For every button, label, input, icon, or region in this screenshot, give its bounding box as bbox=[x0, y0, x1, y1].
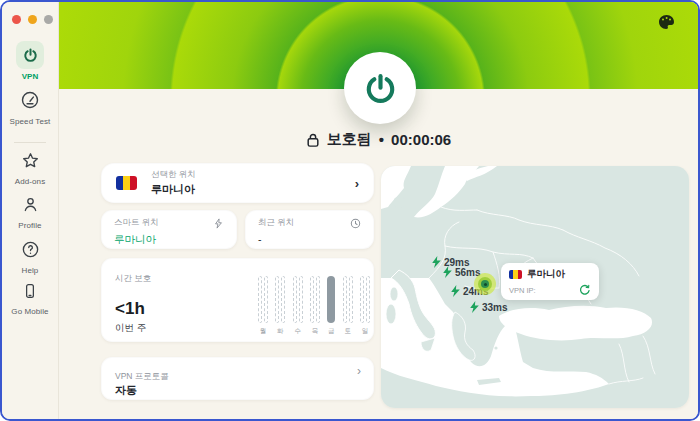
sidebar-item-help[interactable]: Help bbox=[2, 240, 58, 275]
clock-icon bbox=[350, 218, 361, 229]
lock-icon bbox=[306, 132, 320, 148]
card-value: 루마니아 bbox=[114, 233, 224, 247]
time-protected-value: <1h bbox=[115, 299, 145, 319]
sidebar-item-label: Go Mobile bbox=[11, 307, 48, 316]
bolt-icon bbox=[469, 301, 480, 313]
bar-day-active: 금 bbox=[327, 276, 335, 336]
bolt-icon bbox=[442, 266, 453, 278]
ping-marker: 33ms bbox=[469, 301, 508, 313]
connected-server-marker[interactable] bbox=[474, 273, 496, 295]
sidebar-item-label: VPN bbox=[22, 72, 39, 81]
weekly-usage-bar-chart: 월 화 수 목 금 bbox=[258, 276, 370, 336]
app-window: VPN Speed Test Add-ons bbox=[0, 0, 700, 421]
question-icon bbox=[21, 240, 40, 263]
vpn-protocol-card[interactable]: VPN 프로토콜 › 자동 bbox=[101, 357, 374, 400]
sidebar-item-speed-test[interactable]: Speed Test bbox=[2, 90, 58, 126]
phone-icon bbox=[21, 282, 39, 304]
sidebar-item-profile[interactable]: Profile bbox=[2, 195, 58, 230]
europe-map: 29ms 56ms 24ms 33ms bbox=[381, 166, 689, 408]
vpn-app-window: VPN Speed Test Add-ons bbox=[0, 0, 700, 421]
recent-location-card[interactable]: 최근 위치 - bbox=[245, 210, 374, 249]
smart-location-card[interactable]: 스마트 위치 루마니아 bbox=[101, 210, 237, 249]
card-value: - bbox=[258, 233, 361, 245]
time-protected-card: 시간 보호 <1h 이번 주 월 화 수 bbox=[101, 258, 374, 342]
bar-day: 월 bbox=[258, 276, 268, 336]
tooltip-ip-label: VPN IP: bbox=[509, 286, 536, 295]
card-label: VPN 프로토콜 bbox=[115, 371, 169, 381]
bar-day: 토 bbox=[343, 276, 353, 336]
zoom-window-button[interactable] bbox=[44, 15, 53, 24]
star-icon bbox=[21, 151, 40, 174]
status-separator: • bbox=[379, 131, 384, 148]
romania-flag bbox=[116, 176, 137, 190]
card-label: 선택한 위치 bbox=[151, 169, 196, 181]
time-protected-sublabel: 이번 주 bbox=[115, 322, 146, 335]
bar-day: 화 bbox=[275, 276, 285, 336]
person-icon bbox=[21, 195, 40, 218]
flash-icon bbox=[213, 218, 224, 229]
sidebar-item-label: Add-ons bbox=[15, 177, 46, 186]
card-value: 루마니아 bbox=[151, 182, 196, 197]
card-value: 자동 bbox=[115, 383, 137, 398]
selected-location-text: 선택한 위치 루마니아 bbox=[151, 169, 196, 197]
status-timer: 00:00:06 bbox=[391, 131, 451, 148]
power-icon bbox=[16, 41, 44, 69]
window-controls bbox=[12, 15, 53, 24]
sidebar-item-add-ons[interactable]: Add-ons bbox=[2, 151, 58, 186]
sidebar: VPN Speed Test Add-ons bbox=[2, 2, 59, 419]
bolt-icon bbox=[431, 256, 442, 268]
romania-flag bbox=[509, 270, 522, 279]
sidebar-item-label: Profile bbox=[18, 221, 41, 230]
selected-location-card[interactable]: 선택한 위치 루마니아 › bbox=[101, 163, 374, 203]
sidebar-item-label: Speed Test bbox=[10, 117, 51, 126]
bar-day: 목 bbox=[310, 276, 320, 336]
sidebar-item-label: Help bbox=[22, 266, 39, 275]
minimize-window-button[interactable] bbox=[28, 15, 37, 24]
tooltip-country: 루마니아 bbox=[527, 268, 565, 281]
palette-icon[interactable] bbox=[658, 14, 675, 31]
status-label: 보호됨 bbox=[327, 130, 372, 149]
main-panel: 보호됨 • 00:00:06 선택한 위치 루마니아 › 스마트 위치 bbox=[59, 2, 698, 419]
power-icon bbox=[362, 70, 399, 107]
power-button[interactable] bbox=[344, 52, 416, 124]
bolt-icon bbox=[450, 285, 461, 297]
server-tooltip: 루마니아 VPN IP: bbox=[501, 263, 599, 300]
speedometer-icon bbox=[20, 90, 40, 114]
sidebar-item-go-mobile[interactable]: Go Mobile bbox=[2, 282, 58, 316]
card-label: 스마트 위치 bbox=[114, 217, 159, 229]
connection-status: 보호됨 • 00:00:06 bbox=[59, 130, 698, 149]
chevron-right-icon: › bbox=[355, 176, 359, 191]
refresh-icon[interactable] bbox=[579, 284, 591, 296]
card-label: 최근 위치 bbox=[258, 217, 294, 229]
ping-value: 33ms bbox=[482, 302, 508, 313]
close-window-button[interactable] bbox=[12, 15, 21, 24]
sidebar-divider bbox=[14, 142, 46, 143]
bar-day: 일 bbox=[360, 276, 370, 336]
card-label: 시간 보호 bbox=[115, 273, 151, 283]
sidebar-item-vpn[interactable]: VPN bbox=[2, 41, 58, 81]
chevron-right-icon: › bbox=[357, 364, 361, 378]
bar-day: 수 bbox=[293, 276, 303, 336]
